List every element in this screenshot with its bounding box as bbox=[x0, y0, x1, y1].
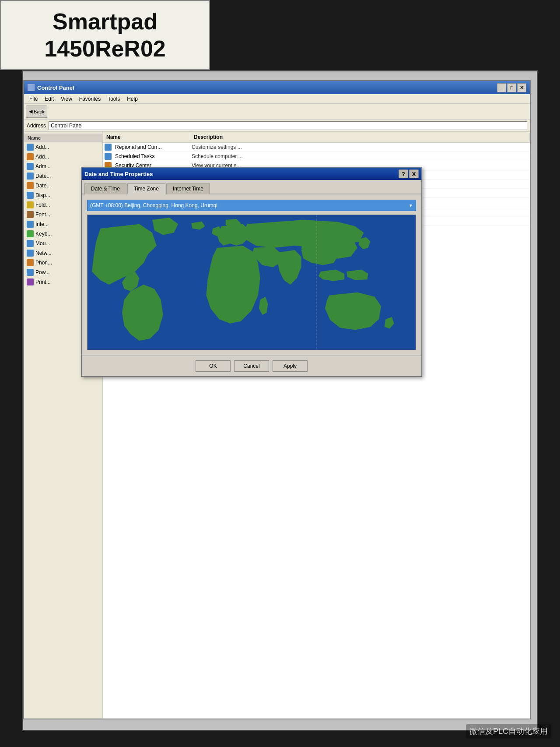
sidebar-item-label-add1: Add... bbox=[35, 144, 49, 150]
cp-minimize-button[interactable]: _ bbox=[497, 83, 506, 92]
sidebar-item-label-adm: Adm... bbox=[35, 163, 51, 169]
tab-internet-time[interactable]: Internet Time bbox=[166, 183, 210, 194]
dialog-titlebar: Date and Time Properties ? X bbox=[82, 168, 421, 180]
row-name-regional: Regional and Curr... bbox=[113, 144, 190, 150]
address-input[interactable] bbox=[49, 121, 527, 130]
col-header-name: Name bbox=[103, 133, 190, 141]
sidebar-item-label-date2: Date... bbox=[35, 183, 51, 189]
cp-close-button[interactable]: ✕ bbox=[517, 83, 526, 92]
sidebar-item-icon-inte bbox=[27, 221, 34, 228]
dialog-close-button[interactable]: X bbox=[409, 169, 419, 178]
sidebar-item-label-keyb: Keyb... bbox=[35, 231, 52, 237]
sidebar-item-icon-phon bbox=[27, 259, 34, 266]
sidebar-item-icon-add1 bbox=[27, 144, 34, 151]
menu-tools[interactable]: Tools bbox=[104, 95, 123, 103]
sidebar-item-label-phon: Phon... bbox=[35, 260, 52, 266]
sidebar-item-icon-disp bbox=[27, 192, 34, 199]
sidebar-item-icon-add2 bbox=[27, 153, 34, 160]
sidebar-item-add1[interactable]: Add... bbox=[24, 142, 102, 152]
cp-maximize-button[interactable]: □ bbox=[507, 83, 516, 92]
cp-toolbar: ◀ Back bbox=[24, 104, 530, 120]
col-header-desc: Description bbox=[190, 133, 530, 141]
dialog-footer: OK Cancel Apply bbox=[82, 356, 421, 376]
cp-title: Control Panel bbox=[37, 85, 497, 91]
sidebar-item-label-date1: Date... bbox=[35, 173, 51, 179]
tab-time-zone[interactable]: Time Zone bbox=[127, 183, 165, 194]
sidebar-item-label-add2: Add... bbox=[35, 154, 49, 160]
sidebar-item-icon-keyb bbox=[27, 230, 34, 237]
sidebar-item-label-netw: Netw... bbox=[35, 250, 52, 256]
dialog-help-button[interactable]: ? bbox=[399, 169, 408, 178]
cp-menubar: File Edit View Favorites Tools Help bbox=[24, 94, 530, 104]
sidebar-item-label-fold: Fold... bbox=[35, 202, 50, 208]
row-regional[interactable]: Regional and Curr... Customize settings … bbox=[103, 143, 530, 152]
menu-help[interactable]: Help bbox=[123, 95, 141, 103]
screen: Control Panel _ □ ✕ File Edit View Favor… bbox=[22, 70, 538, 731]
sidebar-item-icon-fold bbox=[27, 201, 34, 208]
sidebar-item-icon-netw bbox=[27, 250, 34, 257]
device-label-text: Smartpad 1450ReR02 bbox=[44, 8, 166, 63]
row-desc-scheduled: Schedule computer ... bbox=[190, 153, 530, 159]
device-label: Smartpad 1450ReR02 bbox=[0, 0, 210, 70]
date-time-dialog: Date and Time Properties ? X Date & Time… bbox=[81, 167, 422, 377]
watermark: 微信及PLC自动化应用 bbox=[466, 724, 551, 738]
menu-edit[interactable]: Edit bbox=[41, 95, 57, 103]
row-scheduled[interactable]: Scheduled Tasks Schedule computer ... bbox=[103, 152, 530, 161]
menu-favorites[interactable]: Favorites bbox=[76, 95, 104, 103]
dialog-titlebar-buttons: ? X bbox=[399, 169, 419, 178]
sidebar-header: Name bbox=[24, 134, 102, 142]
timezone-dropdown[interactable]: (GMT +08:00) Beijing, Chongqing, Hong Ko… bbox=[87, 200, 416, 211]
sidebar-item-label-inte: Inte... bbox=[35, 221, 49, 227]
sidebar-item-icon-font bbox=[27, 211, 34, 218]
menu-file[interactable]: File bbox=[26, 95, 41, 103]
back-button[interactable]: ◀ Back bbox=[26, 106, 47, 118]
cp-icon bbox=[28, 84, 35, 91]
sidebar-item-icon-mou bbox=[27, 240, 34, 247]
dialog-tabs: Date & Time Time Zone Internet Time bbox=[82, 180, 421, 194]
cancel-button[interactable]: Cancel bbox=[234, 360, 269, 372]
address-label: Address bbox=[27, 123, 46, 129]
tab-date-time[interactable]: Date & Time bbox=[84, 183, 126, 194]
sidebar-item-icon-date1 bbox=[27, 173, 34, 180]
sidebar-item-icon-adm bbox=[27, 163, 34, 170]
ok-button[interactable]: OK bbox=[196, 360, 231, 372]
sidebar-item-icon-date2 bbox=[27, 182, 34, 189]
dropdown-arrow-icon: ▼ bbox=[409, 203, 413, 208]
cp-titlebar-buttons: _ □ ✕ bbox=[497, 83, 526, 92]
timezone-value: (GMT +08:00) Beijing, Chongqing, Hong Ko… bbox=[90, 202, 217, 208]
apply-button[interactable]: Apply bbox=[273, 360, 308, 372]
sidebar-item-label-disp: Disp... bbox=[35, 192, 50, 198]
sidebar-item-label-print: Print... bbox=[35, 279, 51, 285]
sidebar-item-label-font: Font... bbox=[35, 211, 50, 218]
main-header: Name Description bbox=[103, 132, 530, 143]
sidebar-item-label-pow: Pow... bbox=[35, 269, 50, 275]
row-icon-regional bbox=[105, 144, 112, 151]
cp-addressbar: Address bbox=[24, 120, 530, 132]
sidebar-item-add2[interactable]: Add... bbox=[24, 152, 102, 162]
world-map-svg bbox=[88, 215, 416, 350]
control-panel-titlebar: Control Panel _ □ ✕ bbox=[24, 81, 530, 94]
row-name-scheduled: Scheduled Tasks bbox=[113, 153, 190, 159]
control-panel-window: Control Panel _ □ ✕ File Edit View Favor… bbox=[23, 80, 531, 719]
sidebar-item-icon-print bbox=[27, 278, 34, 285]
dialog-title: Date and Time Properties bbox=[84, 171, 399, 177]
menu-view[interactable]: View bbox=[57, 95, 76, 103]
sidebar-item-icon-pow bbox=[27, 269, 34, 276]
row-desc-regional: Customize settings ... bbox=[190, 144, 530, 150]
world-map bbox=[87, 215, 416, 350]
sidebar-item-label-mou: Mou... bbox=[35, 240, 50, 247]
row-icon-scheduled bbox=[105, 153, 112, 160]
dialog-content: (GMT +08:00) Beijing, Chongqing, Hong Ko… bbox=[82, 194, 421, 356]
